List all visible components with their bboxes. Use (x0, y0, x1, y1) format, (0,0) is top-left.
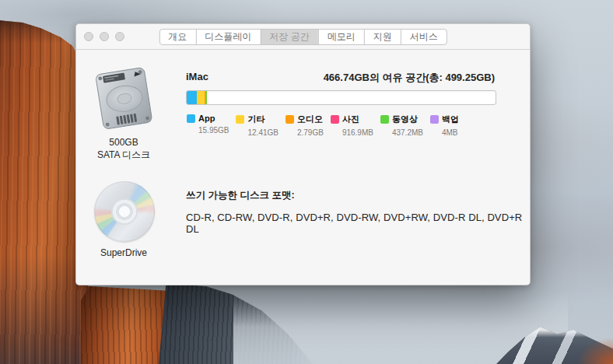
legend-label: 기타 (247, 114, 264, 125)
legend-swatch (236, 115, 244, 124)
tab-item[interactable]: 메모리 (318, 30, 364, 44)
tab-item[interactable]: 서비스 (401, 30, 447, 44)
wallpaper-cliff-pillar (81, 286, 171, 364)
legend-value: 437.2MB (392, 128, 423, 137)
legend-label: 사진 (342, 114, 359, 125)
legend-label: 동영상 (392, 114, 418, 125)
legend-swatch (285, 115, 294, 124)
cd-hub (111, 198, 138, 225)
legend-value: 15.95GB (198, 126, 229, 135)
tab-item[interactable]: 지원 (364, 30, 401, 44)
storage-bar-segment (197, 91, 205, 104)
legend-item: 동영상437.2MB (380, 114, 423, 137)
legend-item: 오디오2.79GB (285, 114, 324, 137)
legend-label: 백업 (442, 114, 459, 125)
legend-label: 오디오 (297, 114, 323, 125)
minimize-button[interactable] (100, 32, 109, 41)
cd-icon (94, 181, 155, 242)
volume-title: iMac (186, 71, 208, 85)
storage-legend: App15.95GB기타12.41GB오디오2.79GB사진916.9MB동영상… (187, 114, 459, 137)
tab-item[interactable]: 저장 공간 (260, 30, 317, 44)
legend-value: 916.9MB (342, 128, 373, 137)
tab-item[interactable]: 개요 (159, 30, 195, 44)
wallpaper-sunlit-corner (577, 338, 613, 364)
storage-bar (186, 90, 496, 105)
writable-formats-list: CD-R, CD-RW, DVD-R, DVD+R, DVD-RW, DVD+R… (186, 212, 530, 235)
legend-swatch (430, 115, 439, 124)
storage-bar-segment (187, 91, 197, 104)
cd-disc (94, 181, 155, 242)
legend-swatch (331, 115, 339, 124)
writable-formats-label: 쓰기 가능한 디스크 포맷: (186, 189, 295, 202)
legend-swatch (380, 115, 389, 124)
close-button[interactable] (84, 32, 93, 41)
legend-item: 백업4MB (430, 114, 459, 137)
legend-item: App15.95GB (187, 114, 229, 137)
titlebar[interactable]: 개요디스플레이저장 공간메모리지원서비스 (76, 24, 530, 50)
about-this-mac-window: 개요디스플레이저장 공간메모리지원서비스 (75, 23, 531, 285)
tab-item[interactable]: 디스플레이 (195, 30, 260, 44)
legend-value: 2.79GB (297, 128, 324, 137)
zoom-button[interactable] (115, 32, 124, 41)
hard-drive-type: SATA 디스크 (76, 149, 171, 161)
free-space-text: 466.74GB의 여유 공간(총: 499.25GB) (324, 71, 495, 85)
traffic-lights (84, 32, 124, 41)
legend-item: 사진916.9MB (331, 114, 373, 137)
legend-swatch (187, 114, 195, 123)
legend-label: App (198, 114, 215, 123)
tab-bar: 개요디스플레이저장 공간메모리지원서비스 (159, 29, 447, 45)
hard-drive-size: 500GB (76, 136, 171, 149)
optical-drive-name: SuperDrive (76, 247, 171, 258)
legend-value: 4MB (442, 128, 459, 137)
hard-drive-icon (93, 66, 155, 133)
legend-value: 12.41GB (247, 128, 278, 137)
legend-item: 기타12.41GB (236, 114, 278, 137)
hard-drive-name: 500GB SATA 디스크 (76, 136, 171, 161)
